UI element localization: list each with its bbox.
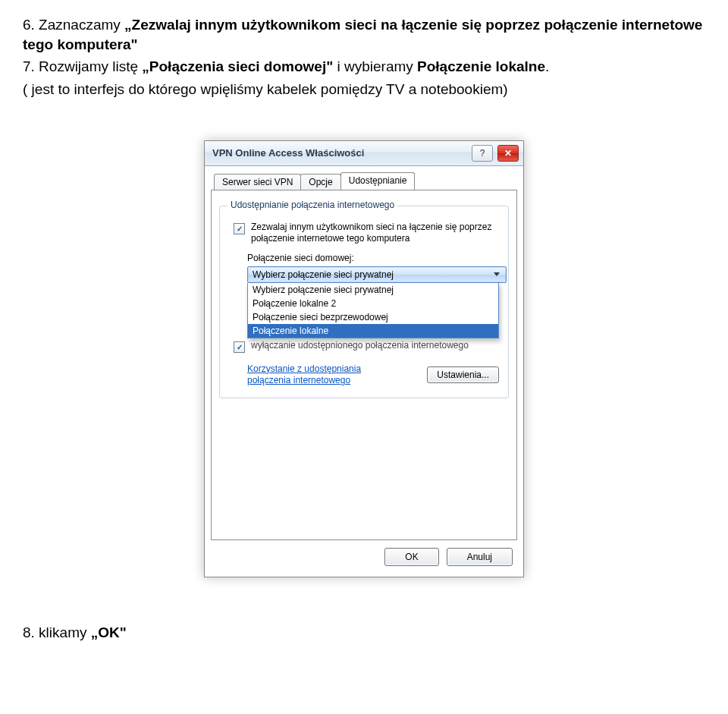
close-button[interactable]: ✕	[497, 145, 519, 162]
step6-quote: „Zezwalaj innym użytkownikom sieci na łą…	[23, 17, 702, 52]
help-link-sharing[interactable]: Korzystanie z udostępniania połączenia i…	[247, 363, 406, 387]
home-connection-combo[interactable]: Wybierz połączenie sieci prywatnej	[247, 266, 507, 283]
step6-prefix: 6. Zaznaczamy	[23, 17, 124, 33]
checkbox-allow-sharing-label: Zezwalaj innym użytkownikom sieci na łąc…	[251, 222, 499, 245]
chevron-down-icon	[494, 272, 500, 276]
dropdown-option-wireless[interactable]: Połączenie sieci bezprzewodowej	[248, 310, 498, 324]
help-icon: ?	[480, 148, 485, 159]
properties-dialog: VPN Online Access Właściwości ? ✕ Serwer…	[204, 140, 524, 577]
home-connection-dropdown: Wybierz połączenie sieci prywatnej Połąc…	[247, 283, 499, 338]
checkbox-allow-sharing[interactable]	[234, 223, 245, 234]
tab-panel-sharing: Udostępnianie połączenia internetowego Z…	[211, 190, 517, 540]
dialog-title: VPN Online Access Właściwości	[212, 147, 364, 159]
step-7-note: ( jest to interfejs do którego wpięliśmy…	[23, 80, 705, 99]
dropdown-option-local[interactable]: Połączenie lokalne	[248, 324, 498, 338]
tab-sharing[interactable]: Udostępnianie	[340, 172, 416, 190]
dropdown-option-local2[interactable]: Połączenie lokalne 2	[248, 297, 498, 310]
help-button[interactable]: ?	[472, 145, 493, 162]
close-icon: ✕	[504, 148, 512, 159]
group-sharing: Udostępnianie połączenia internetowego Z…	[219, 206, 509, 398]
step-7: 7. Rozwijamy listę „Połączenia sieci dom…	[23, 57, 705, 77]
home-connection-label: Połączenie sieci domowej:	[247, 253, 499, 263]
ok-button[interactable]: OK	[384, 548, 438, 566]
combo-value: Wybierz połączenie sieci prywatnej	[253, 269, 394, 280]
checkbox-allow-control-label: wyłączanie udostępnionego połączenia int…	[251, 340, 469, 352]
step8-quote: „OK"	[91, 624, 127, 640]
step7-mid: i wybieramy	[333, 58, 417, 74]
step7-quote: „Połączenia sieci domowej"	[142, 58, 333, 74]
step7-prefix: 7. Rozwijamy listę	[23, 58, 142, 74]
checkbox-allow-control[interactable]	[234, 341, 245, 353]
titlebar[interactable]: VPN Online Access Właściwości ? ✕	[205, 141, 523, 166]
step8-prefix: 8. klikamy	[23, 624, 91, 640]
group-legend: Udostępnianie połączenia internetowego	[228, 200, 397, 210]
step-6: 6. Zaznaczamy „Zezwalaj innym użytkownik…	[23, 15, 705, 54]
tab-bar: Serwer sieci VPN Opcje Udostępnianie	[214, 172, 517, 190]
settings-button[interactable]: Ustawienia...	[427, 366, 499, 383]
step-8: 8. klikamy „OK"	[23, 623, 705, 643]
step7-bold: Połączenie lokalne	[417, 58, 545, 74]
cancel-button[interactable]: Anuluj	[447, 548, 513, 566]
dropdown-option-placeholder[interactable]: Wybierz połączenie sieci prywatnej	[248, 283, 498, 297]
tab-options[interactable]: Opcje	[300, 174, 340, 190]
tab-vpn-server[interactable]: Serwer sieci VPN	[214, 174, 301, 190]
step7-tail: .	[545, 58, 549, 74]
